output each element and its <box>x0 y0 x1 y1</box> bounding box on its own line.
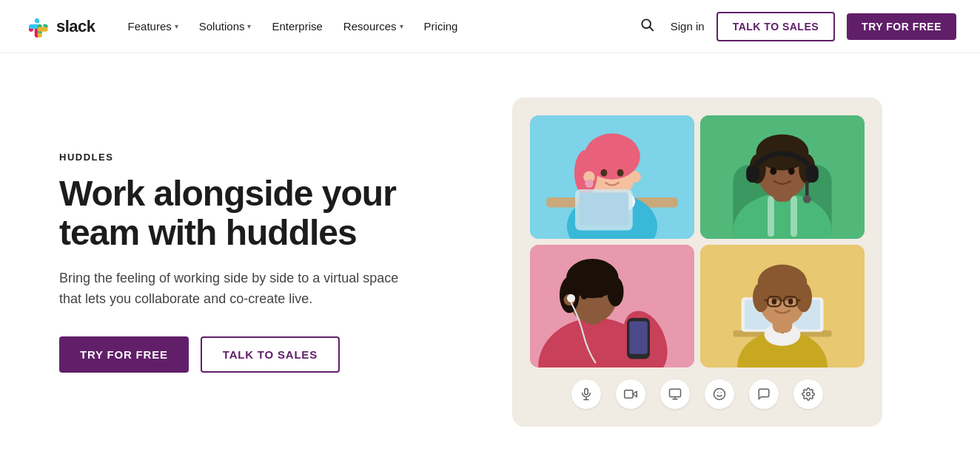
nav-links: Features ▾ Solutions ▾ Enterprise Resour… <box>119 14 635 38</box>
svg-rect-66 <box>585 389 588 395</box>
video-tile-2 <box>700 115 865 239</box>
video-tile-3 <box>530 245 694 368</box>
screen-share-button[interactable] <box>660 379 690 409</box>
video-icon <box>624 387 637 401</box>
features-chevron-icon: ▾ <box>175 22 178 30</box>
svg-point-65 <box>788 299 793 305</box>
svg-point-32 <box>788 167 795 175</box>
search-button[interactable] <box>635 13 659 40</box>
svg-point-46 <box>597 291 604 298</box>
svg-rect-16 <box>580 192 629 225</box>
hero-description: Bring the feeling of working side by sid… <box>59 268 415 311</box>
search-icon <box>640 17 654 32</box>
svg-rect-71 <box>670 389 681 397</box>
svg-point-77 <box>807 393 810 396</box>
nav-features[interactable]: Features ▾ <box>119 14 187 38</box>
person-4-illustration <box>700 245 865 368</box>
hero-buttons: TRY FOR FREE TALK TO SALES <box>59 336 415 373</box>
svg-point-31 <box>770 167 776 175</box>
logo-link[interactable]: slack <box>24 13 95 40</box>
svg-rect-21 <box>791 196 797 237</box>
nav-try-for-free-button[interactable]: TRY FOR FREE <box>847 13 956 40</box>
huddle-card <box>512 98 882 427</box>
nav-actions: Sign in TALK TO SALES TRY FOR FREE <box>635 12 956 41</box>
svg-point-13 <box>600 169 607 177</box>
svg-marker-69 <box>633 391 637 397</box>
screen-share-icon <box>668 387 682 401</box>
sign-in-link[interactable]: Sign in <box>671 20 705 33</box>
huddle-controls <box>530 379 865 409</box>
svg-point-42 <box>607 277 623 307</box>
nav-enterprise[interactable]: Enterprise <box>263 14 331 38</box>
svg-point-64 <box>772 299 777 305</box>
hero-title: Work alongside your team with huddles <box>59 175 415 253</box>
svg-rect-29 <box>805 181 808 197</box>
navigation: slack Features ▾ Solutions ▾ Enterprise … <box>0 0 980 53</box>
svg-line-62 <box>765 300 768 301</box>
solutions-chevron-icon: ▾ <box>247 22 251 30</box>
video-tile-1 <box>530 115 694 239</box>
emoji-button[interactable] <box>705 379 734 409</box>
svg-point-44 <box>567 294 575 302</box>
svg-point-30 <box>803 195 811 203</box>
video-button[interactable] <box>616 379 645 409</box>
slack-logo-icon <box>24 13 50 40</box>
svg-rect-70 <box>625 390 633 399</box>
svg-point-12 <box>585 180 593 188</box>
microphone-icon <box>580 387 593 401</box>
svg-point-57 <box>753 283 769 313</box>
settings-icon <box>802 387 815 401</box>
svg-rect-28 <box>805 165 819 183</box>
svg-rect-27 <box>746 165 759 183</box>
svg-rect-37 <box>629 322 647 354</box>
svg-rect-20 <box>768 196 774 237</box>
person-1-illustration <box>530 115 694 239</box>
nav-talk-to-sales-button[interactable]: TALK TO SALES <box>716 12 835 41</box>
main-content: HUDDLES Work alongside your team with hu… <box>0 53 980 454</box>
settings-button[interactable] <box>793 379 823 409</box>
svg-point-14 <box>617 169 624 177</box>
person-2-illustration <box>700 115 865 239</box>
emoji-icon <box>713 387 726 401</box>
chat-icon <box>757 387 771 401</box>
resources-chevron-icon: ▾ <box>400 22 403 30</box>
hero-visual <box>474 98 921 427</box>
svg-point-45 <box>581 292 588 299</box>
person-3-illustration <box>530 245 694 368</box>
svg-point-58 <box>796 283 812 313</box>
svg-point-11 <box>629 171 641 183</box>
microphone-button[interactable] <box>571 379 601 409</box>
nav-pricing[interactable]: Pricing <box>415 14 467 38</box>
hero-text-section: HUDDLES Work alongside your team with hu… <box>59 152 415 373</box>
video-grid <box>530 115 865 367</box>
nav-solutions[interactable]: Solutions ▾ <box>190 14 261 38</box>
video-tile-4 <box>700 245 865 368</box>
svg-line-63 <box>797 300 800 301</box>
hero-talk-to-sales-button[interactable]: TALK TO SALES <box>201 336 340 373</box>
svg-line-1 <box>650 27 654 31</box>
svg-point-74 <box>714 389 725 400</box>
chat-button[interactable] <box>749 379 779 409</box>
logo-text: slack <box>56 17 95 36</box>
hero-try-for-free-button[interactable]: TRY FOR FREE <box>59 336 189 373</box>
nav-resources[interactable]: Resources ▾ <box>335 14 412 38</box>
hero-eyebrow: HUDDLES <box>59 152 415 163</box>
